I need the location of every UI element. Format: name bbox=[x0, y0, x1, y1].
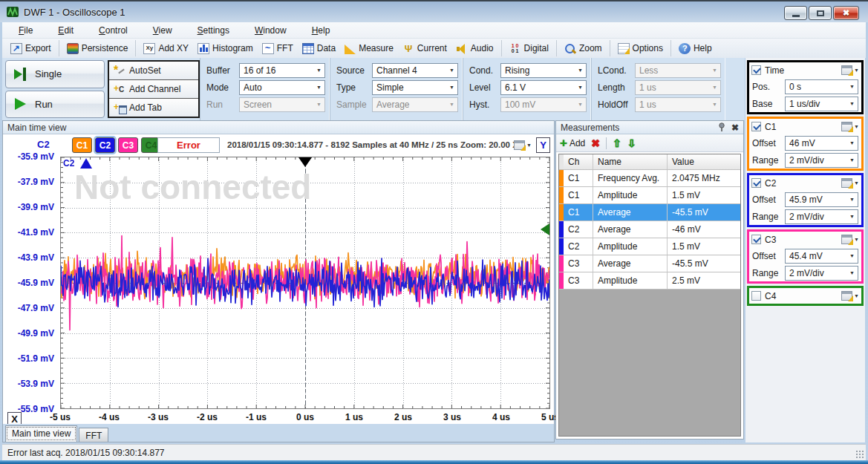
delete-measurement-icon[interactable]: ✖ bbox=[591, 137, 600, 149]
combo-field[interactable]: 2 mV/div▼ bbox=[785, 209, 858, 224]
column-header-ch[interactable]: Ch bbox=[564, 154, 593, 169]
chevron-down-icon[interactable]: ▼ bbox=[854, 293, 859, 298]
move-up-icon[interactable]: ⇧ bbox=[613, 138, 621, 148]
channel-toggle-button[interactable]: C3 bbox=[118, 137, 138, 153]
c2-settings-icon[interactable] bbox=[841, 178, 852, 188]
c4-settings-icon[interactable] bbox=[841, 291, 852, 301]
chevron-down-icon[interactable]: ▼ bbox=[854, 68, 859, 73]
trigger-level-marker[interactable] bbox=[541, 223, 549, 235]
combo-field[interactable]: 1 us▼ bbox=[635, 80, 721, 95]
c2-offset-marker[interactable] bbox=[80, 158, 92, 169]
c3-checkbox[interactable] bbox=[751, 235, 761, 244]
menu-item[interactable]: View bbox=[150, 24, 175, 37]
add-tab-button[interactable]: Add Tab bbox=[109, 99, 198, 117]
combo-field[interactable]: Auto▼ bbox=[239, 80, 325, 95]
chevron-down-icon[interactable]: ▼ bbox=[526, 143, 532, 148]
toolbar-button-label: Digital bbox=[524, 43, 549, 53]
waveform-canvas[interactable] bbox=[61, 157, 549, 408]
waveform-plot[interactable]: C2 bbox=[60, 157, 550, 409]
column-header-name[interactable]: Name bbox=[593, 154, 668, 169]
measurement-row[interactable]: C3 Average -45.5 mV bbox=[559, 255, 740, 272]
c3-settings-icon[interactable] bbox=[841, 235, 852, 244]
audio-button[interactable]: Audio bbox=[452, 40, 499, 56]
combo-field[interactable]: Less▼ bbox=[635, 63, 721, 78]
measurement-row[interactable]: C1 Amplitude 1.5 mV bbox=[559, 187, 740, 204]
error-status-button[interactable]: Error bbox=[157, 137, 220, 153]
measurement-row[interactable]: C2 Amplitude 1.5 mV bbox=[559, 238, 740, 255]
data-button[interactable]: Data bbox=[298, 40, 341, 56]
c1-settings-icon[interactable] bbox=[841, 122, 852, 131]
combo-field[interactable]: 1 us▼ bbox=[635, 97, 721, 112]
combo-field[interactable]: 100 mV▼ bbox=[500, 97, 587, 112]
digital-button[interactable]: Digital bbox=[501, 40, 554, 56]
zoom-button[interactable]: Zoom bbox=[556, 40, 607, 56]
combo-field[interactable]: Rising▼ bbox=[500, 63, 587, 78]
c4-checkbox[interactable] bbox=[751, 291, 761, 301]
y-tick-label: -49.9 mV bbox=[18, 328, 54, 339]
combo-field[interactable]: Screen▼ bbox=[239, 97, 325, 112]
persistence-button[interactable]: Persistence bbox=[59, 40, 134, 56]
combo-field[interactable]: Channel 4▼ bbox=[372, 63, 458, 78]
channel-4-group: C4 ▼ bbox=[747, 286, 864, 306]
single-button[interactable]: Single bbox=[5, 60, 105, 88]
combo-field[interactable]: 6.1 V▼ bbox=[500, 80, 587, 95]
field-label: Offset bbox=[752, 195, 785, 205]
help-button[interactable]: Help bbox=[670, 40, 717, 56]
chevron-down-icon[interactable]: ▼ bbox=[854, 124, 859, 129]
combo-field[interactable]: 46 mV▼ bbox=[785, 136, 858, 151]
resize-grip[interactable] bbox=[855, 450, 864, 459]
add-tab-icon bbox=[114, 102, 125, 113]
export-button[interactable]: Export bbox=[7, 40, 56, 56]
current-button[interactable]: Current bbox=[399, 40, 452, 56]
c2-checkbox[interactable] bbox=[751, 178, 761, 188]
measurement-row[interactable]: C1 Average -45.5 mV bbox=[559, 204, 740, 221]
pin-icon[interactable] bbox=[718, 122, 725, 132]
combo-field[interactable]: 2 mV/div▼ bbox=[785, 266, 858, 281]
run-button[interactable]: Run bbox=[5, 91, 105, 119]
channel-toggle-button[interactable]: C1 bbox=[72, 137, 92, 153]
add-channel-button[interactable]: Add Channel bbox=[109, 80, 198, 99]
close-panel-icon[interactable]: ✖ bbox=[731, 122, 739, 133]
measurement-row[interactable]: C1 Frequency Avg. 2.0475 MHz bbox=[559, 170, 740, 187]
minimize-button[interactable] bbox=[784, 6, 807, 20]
combo-field[interactable]: Simple▼ bbox=[372, 80, 458, 95]
maximize-button[interactable] bbox=[809, 6, 832, 20]
tab-main-time-view[interactable]: Main time view bbox=[5, 425, 77, 442]
y-axis-button[interactable]: Y bbox=[536, 137, 550, 153]
menu-item[interactable]: File bbox=[16, 24, 36, 37]
chevron-down-icon[interactable]: ▼ bbox=[854, 237, 859, 242]
close-button[interactable]: ✖ bbox=[833, 6, 859, 20]
add-xy-button[interactable]: Add XY bbox=[135, 40, 194, 56]
tab-fft[interactable]: FFT bbox=[79, 428, 108, 442]
measurement-row[interactable]: C3 Amplitude 2.5 mV bbox=[559, 272, 740, 290]
y-axis-channel-label[interactable]: C2 bbox=[37, 139, 50, 150]
combo-field[interactable]: 0 s▼ bbox=[785, 79, 858, 94]
histogram-button[interactable]: Histogram bbox=[194, 40, 258, 56]
combo-field[interactable]: 45.9 mV▼ bbox=[785, 192, 858, 207]
move-down-icon[interactable]: ⇩ bbox=[627, 138, 636, 148]
add-measurement-button[interactable]: + Add bbox=[560, 138, 585, 148]
measure-button[interactable]: Measure bbox=[341, 40, 399, 56]
column-header-value[interactable]: Value bbox=[668, 154, 740, 169]
menu-item[interactable]: Window bbox=[252, 24, 290, 37]
menu-item[interactable]: Settings bbox=[195, 24, 232, 37]
plot-settings-icon[interactable] bbox=[514, 140, 525, 150]
menu-item[interactable]: Control bbox=[96, 24, 131, 37]
menu-item[interactable]: Edit bbox=[55, 24, 76, 37]
combo-field[interactable]: Average▼ bbox=[372, 97, 458, 112]
combo-field[interactable]: 45.4 mV▼ bbox=[785, 249, 858, 264]
time-checkbox[interactable] bbox=[751, 65, 761, 75]
combo-field[interactable]: 16 of 16▼ bbox=[239, 63, 325, 78]
measurement-row[interactable]: C2 Average -46 mV bbox=[559, 221, 740, 238]
combo-field[interactable]: 2 mV/div▼ bbox=[785, 153, 858, 168]
combo-field[interactable]: 1 us/div▼ bbox=[785, 97, 858, 111]
menu-item[interactable]: Help bbox=[309, 24, 333, 37]
chevron-down-icon[interactable]: ▼ bbox=[854, 180, 859, 186]
channel-toggle-button[interactable]: C2 bbox=[95, 137, 115, 153]
c1-checkbox[interactable] bbox=[751, 122, 761, 131]
time-settings-icon[interactable] bbox=[841, 65, 852, 75]
fft-button[interactable]: FFT bbox=[258, 40, 298, 56]
autoset-button[interactable]: AutoSet bbox=[109, 62, 198, 80]
options-button[interactable]: Options bbox=[610, 40, 668, 56]
trigger-position-marker[interactable] bbox=[298, 157, 312, 167]
